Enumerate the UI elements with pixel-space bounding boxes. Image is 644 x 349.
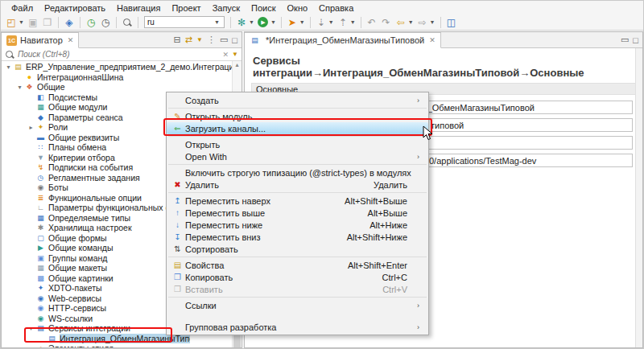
menu-6[interactable]: Окно <box>282 2 314 14</box>
last-edit-forward-icon[interactable]: ↷ <box>380 16 393 29</box>
close-icon[interactable]: ✕ <box>68 36 74 44</box>
tree-item-label: XDTO-пакеты <box>48 283 102 294</box>
open-perspective-icon[interactable]: ◫ <box>445 16 458 29</box>
chevron-down-icon[interactable]: ▼ <box>328 19 334 25</box>
context-menu-item-copy[interactable]: ❐КопироватьCtrl+C <box>167 271 428 283</box>
link-with-editor-icon[interactable]: ⇄ <box>185 35 192 45</box>
last-edit-back-icon[interactable]: ↶ <box>365 16 378 29</box>
minimize-icon[interactable]: ▭ <box>220 35 228 45</box>
editor-tab[interactable]: ▤ *Интеграция_ОбменМагазиныТиповой ✕ <box>245 32 441 48</box>
menu-0[interactable]: Файл <box>6 2 39 14</box>
language-combo[interactable]: ru▼ <box>144 16 225 28</box>
menu-item-accelerator: Alt+Shift+Enter <box>348 261 417 270</box>
debug-icon[interactable]: ✻ <box>235 16 248 29</box>
maximize-icon[interactable]: □ <box>232 35 237 45</box>
tree-item-label: Общие реквизиты <box>48 133 119 143</box>
menu-item-label: Переместить ниже <box>185 220 369 230</box>
profile-up-icon[interactable]: ⇡ <box>336 16 349 29</box>
navigator-tab-label: Навигатор <box>20 35 63 45</box>
roles-icon: ✦ <box>35 123 46 131</box>
new-wizard-icon[interactable]: ◰ <box>5 16 18 29</box>
chevron-down-icon[interactable]: ▼ <box>232 51 238 58</box>
back-icon[interactable]: ⇦ <box>394 16 407 29</box>
launch-icon[interactable]: ➤ <box>286 16 299 29</box>
menu-item-label: Открыть модуль <box>185 112 417 121</box>
chevron-down-icon[interactable]: ▼ <box>350 19 356 25</box>
scheduled-run-icon[interactable]: ◷ <box>85 16 97 29</box>
filter-icon[interactable]: ▼ <box>196 36 203 43</box>
menu-5[interactable]: Поиск <box>246 2 281 14</box>
menu-item-label: Удалить <box>185 180 374 190</box>
context-menu-item-sort[interactable]: ⇅Сортировать <box>167 243 428 255</box>
event-subscriptions-icon: ↯ <box>35 163 46 171</box>
context-menu-item-create[interactable]: Создать› <box>167 94 428 106</box>
context-menu-item-open-module[interactable]: ✎Открыть модуль <box>167 110 428 122</box>
tree-item-label: Общие картинки <box>48 273 114 284</box>
chevron-down-icon[interactable]: ▼ <box>19 19 24 25</box>
forward-icon[interactable]: ⇨ <box>416 16 429 29</box>
project-icon: ▤ <box>13 63 23 71</box>
context-menu-item-move-top[interactable]: ↥Переместить наверхAlt+Shift+Выше <box>167 195 428 207</box>
update-db-config-icon[interactable]: ◈ <box>63 16 76 29</box>
context-menu-item-open-with[interactable]: Open With› <box>167 150 428 162</box>
maximize-icon[interactable]: □ <box>633 35 638 45</box>
context-menu-item-paste[interactable]: ❐ВставитьCtrl+V <box>167 283 428 295</box>
expander-icon[interactable]: ▾ <box>4 64 13 71</box>
submenu-arrow-icon: › <box>417 302 427 310</box>
expander-icon[interactable]: ▾ <box>27 325 35 332</box>
submenu-arrow-icon: › <box>417 96 427 105</box>
chevron-down-icon[interactable]: ▼ <box>249 19 254 25</box>
chevron-down-icon[interactable]: ▼ <box>270 19 276 25</box>
clock-icon[interactable]: ◷ <box>99 16 112 29</box>
clear-search-icon[interactable]: ✕ <box>223 51 229 59</box>
context-menu-item-team-development[interactable]: Групповая разработка› <box>167 321 428 333</box>
tree-item-label: ERP_Управление_предприятием_2_демо.Интег… <box>26 62 232 72</box>
tree-item[interactable]: ●ИнтеграционнаяШина <box>2 72 232 83</box>
context-menu-item-enable-strict-types[interactable]: Включить строгую типизацию (@strict-type… <box>167 166 428 179</box>
navigator-tab[interactable]: 1С Навигатор ✕ <box>2 32 79 48</box>
context-menu-item-load-channels[interactable]: ⇐Загрузить каналы... <box>167 122 428 134</box>
editor-scrollbar[interactable] <box>635 48 642 347</box>
expander-icon[interactable]: ▸ <box>27 124 35 131</box>
tree-item[interactable]: ▾❖Общие <box>2 82 232 92</box>
menu-3[interactable]: Проект <box>166 2 206 14</box>
search-input[interactable] <box>18 50 220 59</box>
tree-item-label: WS-ссылки <box>48 314 93 324</box>
context-menu-item-properties[interactable]: ▤СвойстваAlt+Shift+Enter <box>167 259 428 271</box>
save-icon[interactable]: ▣ <box>27 16 39 29</box>
minimize-icon[interactable]: ▭ <box>621 35 629 45</box>
run-icon[interactable]: ▶ <box>257 16 270 29</box>
tree-item-label: Общие модули <box>48 102 107 113</box>
context-menu-item-open[interactable]: Открыть <box>167 138 428 150</box>
context-menu-item-references[interactable]: Ссылки› <box>167 299 428 311</box>
view-menu-icon[interactable]: ⋮ <box>207 35 216 45</box>
context-menu-item-move-up[interactable]: ↑Переместить вышеAlt+Выше <box>167 207 428 219</box>
chevron-down-icon[interactable]: ▼ <box>299 19 305 25</box>
common-commands-icon: ▶ <box>35 244 46 252</box>
integration-service-icon: ▤ <box>47 335 57 343</box>
collapse-all-icon[interactable]: ⊟ <box>174 35 181 45</box>
save-all-icon[interactable]: ❐ <box>41 16 54 29</box>
menu-2[interactable]: Навигация <box>111 2 166 14</box>
toolbar-separator <box>80 17 80 28</box>
close-icon[interactable]: ✕ <box>429 36 436 44</box>
toolbar-separator <box>310 17 311 28</box>
expander-icon[interactable]: ▾ <box>15 84 24 91</box>
menu-1[interactable]: Редактировать <box>39 2 111 14</box>
tree-item[interactable]: ▾▤ERP_Управление_предприятием_2_демо.Инт… <box>2 62 232 72</box>
menu-4[interactable]: Запуск <box>207 2 246 14</box>
context-menu-item-move-down[interactable]: ↓Переместить нижеAlt+Ниже <box>167 219 428 231</box>
tree-item[interactable]: ◕Элементы стиля <box>2 343 232 347</box>
tree-item-label: Подсистемы <box>48 92 97 103</box>
menu-7[interactable]: Справка <box>313 2 359 14</box>
tree-item-label: Хранилища настроек <box>48 223 132 233</box>
tree-item-label: Общие команды <box>48 243 114 253</box>
profile-down-icon[interactable]: ⇣ <box>315 16 328 29</box>
search-icon[interactable] <box>121 16 134 29</box>
menu-item-label: Групповая разработка <box>185 322 417 332</box>
mouse-cursor <box>423 125 433 141</box>
context-menu-item-move-bottom[interactable]: ↧Переместить внизAlt+Shift+Ниже <box>167 231 428 243</box>
chevron-down-icon[interactable]: ▼ <box>430 19 436 25</box>
context-menu-item-delete[interactable]: ✖УдалитьУдалить <box>167 179 428 191</box>
chevron-down-icon[interactable]: ▼ <box>408 19 414 25</box>
